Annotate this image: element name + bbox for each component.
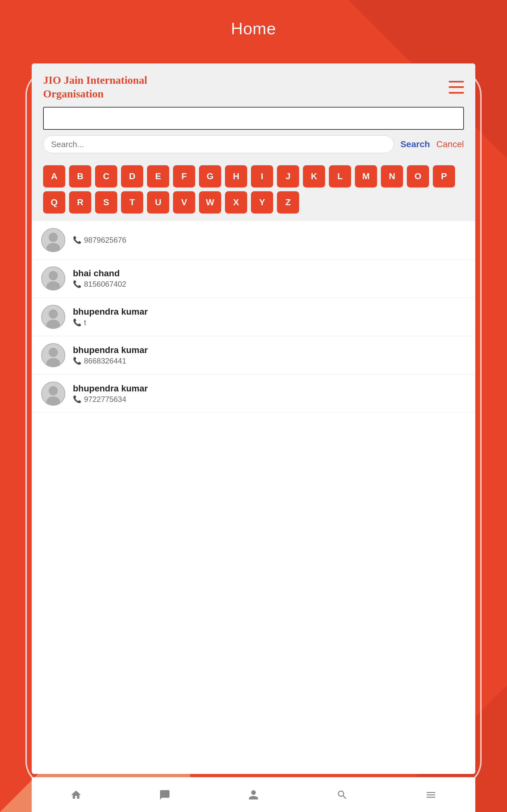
- alpha-btn-p[interactable]: P: [433, 165, 455, 188]
- contact-avatar: [41, 266, 65, 291]
- alpha-btn-s[interactable]: S: [95, 191, 117, 213]
- alpha-btn-h[interactable]: H: [225, 165, 247, 188]
- alpha-btn-f[interactable]: F: [173, 165, 195, 188]
- contact-info: bhupendra kumar📞 t: [73, 307, 466, 327]
- hamburger-line-3: [449, 92, 464, 94]
- alpha-btn-g[interactable]: G: [199, 165, 221, 188]
- svg-point-3: [46, 281, 60, 290]
- contact-avatar: [41, 382, 65, 406]
- contact-phone: 📞 8156067402: [73, 280, 466, 289]
- alpha-btn-m[interactable]: M: [355, 165, 377, 188]
- contact-name: bhupendra kumar: [73, 307, 466, 317]
- nav-search-person-icon[interactable]: [334, 787, 350, 803]
- alpha-btn-w[interactable]: W: [199, 191, 221, 213]
- phone-icon: 📞: [73, 395, 81, 403]
- svg-point-4: [49, 310, 58, 319]
- alpha-btn-k[interactable]: K: [303, 165, 325, 188]
- contact-list-item[interactable]: bhupendra kumar📞 9722775634: [32, 374, 475, 413]
- search-input[interactable]: [43, 136, 394, 153]
- svg-point-0: [49, 233, 58, 242]
- main-search-bar[interactable]: [43, 107, 464, 130]
- svg-point-1: [46, 243, 60, 252]
- app-header: JIO Jain International Organisation: [32, 63, 475, 107]
- contact-name: bhupendra kumar: [73, 384, 466, 394]
- contact-name: bhai chand: [73, 268, 466, 278]
- contact-list-item[interactable]: bhupendra kumar📞 t: [32, 298, 475, 336]
- contact-list-item[interactable]: bhai chand📞 8156067402: [32, 259, 475, 298]
- contacts-list: 📞 9879625676 bhai chand📞 8156067402 bhup…: [32, 221, 475, 774]
- contact-avatar: [41, 228, 65, 252]
- alpha-btn-b[interactable]: B: [69, 165, 91, 188]
- svg-point-6: [49, 348, 58, 357]
- contact-phone: 📞 9879625676: [73, 236, 466, 245]
- phone-icon: 📞: [73, 357, 81, 365]
- contact-info: bhai chand📞 8156067402: [73, 268, 466, 289]
- contact-name: bhupendra kumar: [73, 345, 466, 355]
- alpha-btn-r[interactable]: R: [69, 191, 91, 213]
- alpha-btn-y[interactable]: Y: [251, 191, 273, 213]
- svg-point-9: [46, 397, 60, 405]
- alpha-btn-d[interactable]: D: [121, 165, 143, 188]
- svg-point-7: [46, 358, 60, 367]
- contact-avatar: [41, 305, 65, 329]
- app-logo: JIO Jain International Organisation: [43, 73, 147, 101]
- contact-phone: 📞 9722775634: [73, 395, 466, 404]
- alpha-btn-u[interactable]: U: [147, 191, 169, 213]
- contact-info: bhupendra kumar📞 9722775634: [73, 384, 466, 404]
- hamburger-line-2: [449, 86, 464, 88]
- contact-phone: 📞 8668326441: [73, 357, 466, 365]
- svg-point-5: [46, 320, 60, 328]
- phone-icon: 📞: [73, 280, 81, 288]
- alpha-btn-n[interactable]: N: [381, 165, 403, 188]
- alpha-btn-a[interactable]: A: [43, 165, 65, 188]
- alpha-btn-i[interactable]: I: [251, 165, 273, 188]
- nav-home-icon[interactable]: [68, 787, 84, 803]
- nav-menu-icon[interactable]: [423, 787, 439, 803]
- alpha-btn-z[interactable]: Z: [277, 191, 299, 213]
- contact-list-item[interactable]: bhupendra kumar📞 8668326441: [32, 336, 475, 374]
- hamburger-menu-button[interactable]: [449, 81, 464, 94]
- alphabet-grid: ABCDEFGHIJKLMNOPQRSTUVWXYZ: [32, 159, 475, 221]
- nav-contacts-icon[interactable]: [157, 787, 173, 803]
- contact-info: 📞 9879625676: [73, 236, 466, 245]
- contact-info: bhupendra kumar📞 8668326441: [73, 345, 466, 365]
- search-row: Search Cancel: [32, 130, 475, 159]
- contact-avatar: [41, 343, 65, 367]
- svg-point-8: [49, 386, 58, 396]
- search-button[interactable]: Search: [400, 139, 430, 149]
- alpha-btn-q[interactable]: Q: [43, 191, 65, 213]
- alpha-btn-l[interactable]: L: [329, 165, 351, 188]
- alpha-btn-j[interactable]: J: [277, 165, 299, 188]
- page-title: Home: [0, 19, 507, 38]
- app-content: JIO Jain International Organisation Sear…: [32, 63, 475, 774]
- alpha-btn-x[interactable]: X: [225, 191, 247, 213]
- alpha-btn-c[interactable]: C: [95, 165, 117, 188]
- bottom-nav: [32, 777, 475, 812]
- alpha-btn-o[interactable]: O: [407, 165, 429, 188]
- alpha-btn-e[interactable]: E: [147, 165, 169, 188]
- phone-icon: 📞: [73, 236, 81, 244]
- hamburger-line-1: [449, 81, 464, 83]
- contact-list-item[interactable]: 📞 9879625676: [32, 221, 475, 259]
- cancel-button[interactable]: Cancel: [436, 139, 464, 149]
- phone-icon: 📞: [73, 318, 81, 327]
- svg-point-2: [49, 271, 58, 281]
- alpha-btn-t[interactable]: T: [121, 191, 143, 213]
- alpha-btn-v[interactable]: V: [173, 191, 195, 213]
- nav-person-icon[interactable]: [245, 787, 262, 803]
- contact-phone: 📞 t: [73, 318, 466, 327]
